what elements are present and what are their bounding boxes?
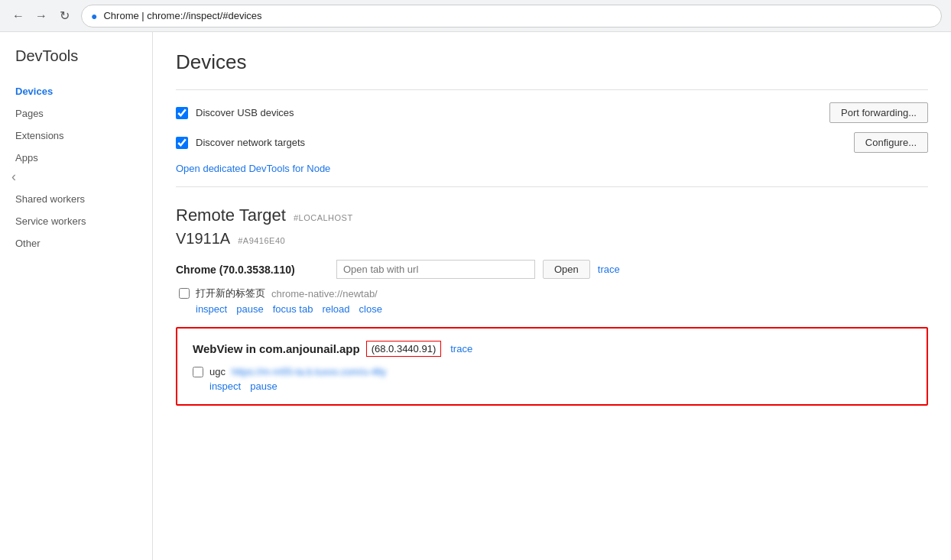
ugc-row: ugc https://m-m55-ta.b.tuxxx.com/u-4lly [193, 366, 911, 377]
discover-network-label: Discover network targets [196, 137, 846, 148]
pause-link[interactable]: pause [236, 303, 263, 315]
sidebar-item-other[interactable]: Other [0, 232, 152, 254]
open-tab-url-input[interactable] [336, 260, 535, 279]
ugc-label: ugc [209, 366, 226, 377]
remote-target-header: Remote Target #LOCALHOST [176, 206, 928, 225]
webview-title: WebView in com.anjounail.app [193, 342, 360, 355]
device-name: V1911A [176, 230, 230, 248]
sidebar-item-service-workers[interactable]: Service workers [0, 210, 152, 232]
sidebar-item-extensions[interactable]: Extensions [0, 125, 152, 147]
configure-button[interactable]: Configure... [854, 132, 928, 153]
divider-top [176, 89, 928, 90]
back-button[interactable]: ← [9, 7, 28, 25]
reload-link[interactable]: reload [322, 303, 349, 315]
address-text: Chrome | chrome://inspect/#devices [103, 10, 261, 21]
trace-link[interactable]: trace [598, 264, 620, 275]
sidebar-title: DevTools [0, 47, 152, 80]
webview-version[interactable]: (68.0.3440.91) [366, 341, 442, 357]
ugc-pause-link[interactable]: pause [250, 380, 277, 392]
focus-tab-link[interactable]: focus tab [273, 303, 313, 315]
ugc-url-blurred: https://m-m55-ta.b.tuxxx.com/u-4lly [232, 366, 386, 377]
nav-buttons: ← → ↻ [9, 7, 73, 25]
ugc-url[interactable]: https://m-m55-ta.b.tuxxx.com/u-4lly [232, 366, 386, 377]
tab-row: 打开新的标签页 chrome-native://newtab/ [179, 286, 928, 300]
tab-url: chrome-native://newtab/ [271, 288, 378, 299]
tab-checkbox[interactable] [179, 288, 190, 299]
discover-usb-row: Discover USB devices Port forwarding... [176, 102, 928, 123]
globe-icon: ● [91, 10, 97, 22]
sidebar-item-shared-workers[interactable]: Shared workers [0, 188, 152, 210]
back-arrow-icon: ‹ [11, 169, 16, 185]
webview-box: WebView in com.anjounail.app (68.0.3440.… [176, 327, 928, 406]
chrome-label: Chrome (70.0.3538.110) [176, 264, 329, 276]
devtools-node-link[interactable]: Open dedicated DevTools for Node [176, 163, 330, 174]
chrome-row: Chrome (70.0.3538.110) Open trace [176, 260, 928, 279]
page-title: Devices [176, 50, 928, 74]
forward-button[interactable]: → [32, 7, 50, 25]
main-layout: DevTools Devices Pages Extensions Apps ‹… [0, 32, 951, 560]
tab-title: 打开新的标签页 [196, 286, 265, 300]
remote-target-subtitle: #LOCALHOST [294, 213, 353, 222]
discover-network-checkbox[interactable] [176, 137, 188, 149]
port-forwarding-button[interactable]: Port forwarding... [829, 102, 928, 123]
divider-remote [176, 186, 928, 187]
tab-actions: inspect pause focus tab reload close [196, 303, 928, 315]
remote-target-title: Remote Target [176, 206, 286, 225]
ugc-inspect-link[interactable]: inspect [209, 380, 241, 392]
ugc-actions: inspect pause [209, 380, 911, 392]
discover-usb-checkbox[interactable] [176, 107, 188, 119]
reload-button[interactable]: ↻ [55, 7, 73, 25]
ugc-checkbox[interactable] [193, 367, 203, 377]
device-id: #A9416E40 [238, 236, 285, 245]
open-tab-button[interactable]: Open [543, 260, 590, 279]
close-link[interactable]: close [359, 303, 382, 315]
sidebar-item-devices[interactable]: Devices [0, 80, 152, 102]
inspect-link[interactable]: inspect [196, 303, 227, 315]
sidebar-item-pages[interactable]: Pages [0, 102, 152, 125]
webview-trace-link[interactable]: trace [450, 343, 472, 354]
sidebar: DevTools Devices Pages Extensions Apps ‹… [0, 32, 153, 560]
sidebar-item-apps[interactable]: Apps [0, 147, 152, 169]
webview-header: WebView in com.anjounail.app (68.0.3440.… [193, 341, 911, 357]
browser-bar: ← → ↻ ● Chrome | chrome://inspect/#devic… [0, 0, 951, 32]
discover-usb-label: Discover USB devices [196, 107, 822, 118]
content-area: Devices Discover USB devices Port forwar… [153, 32, 951, 560]
address-bar[interactable]: ● Chrome | chrome://inspect/#devices [81, 5, 942, 28]
device-name-row: V1911A #A9416E40 [176, 230, 928, 248]
discover-network-row: Discover network targets Configure... [176, 132, 928, 153]
